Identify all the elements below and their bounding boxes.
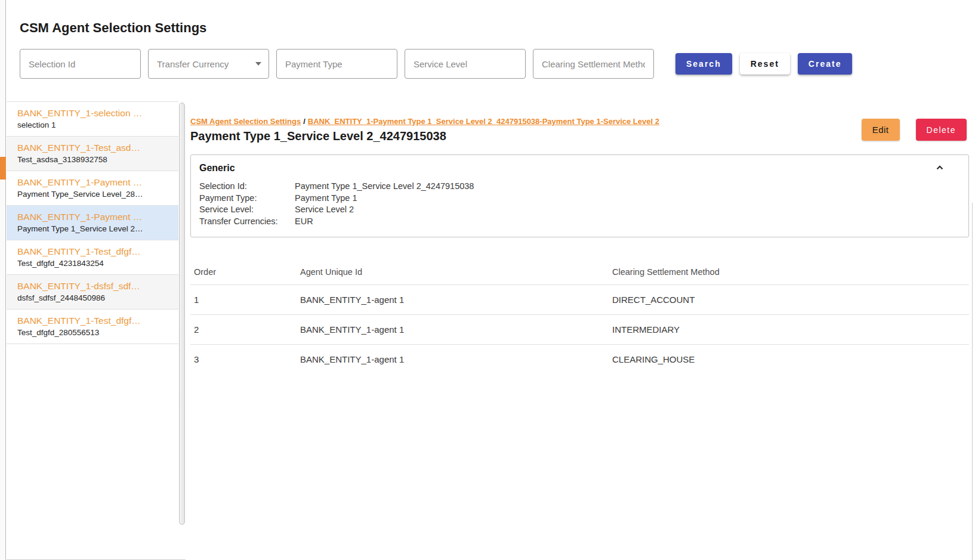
page-heading: CSM Agent Selection Settings — [20, 20, 975, 36]
cell-clearing-settlement-method: DIRECT_ACCOUNT — [609, 285, 969, 315]
breadcrumb: CSM Agent Selection Settings/BANK_ENTITY… — [190, 117, 659, 126]
list-item-subtitle: selection 1 — [17, 120, 169, 131]
column-header-order: Order — [190, 259, 297, 285]
cell-agent-unique-id: BANK_ENTITY_1-agent 1 — [297, 315, 609, 345]
app-container: CSM Agent Selection Settings — [7, 0, 975, 560]
field-row-service-level: Service Level: Service Level 2 — [199, 204, 959, 216]
field-value: Service Level 2 — [295, 204, 354, 216]
table-row[interactable]: 2 BANK_ENTITY_1-agent 1 INTERMEDIARY — [190, 315, 969, 345]
main-top-row: CSM Agent Selection Settings/BANK_ENTITY… — [190, 117, 969, 143]
clearing-settlement-method-filter — [533, 49, 654, 79]
sidebar-scrollbar-thumb[interactable] — [179, 103, 185, 525]
content-area: BANK_ENTITY_1-selection … selection 1 BA… — [7, 101, 975, 560]
list-item[interactable]: BANK_ENTITY_1-Test_dfgf… Test_dfgfd_2805… — [7, 310, 178, 344]
sidebar-wrap: BANK_ENTITY_1-selection … selection 1 BA… — [7, 101, 186, 560]
list-item-subtitle: Test_asdsa_3138932758 — [17, 154, 169, 165]
cell-agent-unique-id: BANK_ENTITY_1-agent 1 — [297, 345, 609, 375]
list-item-title: BANK_ENTITY_1-dsfsf_sdf… — [17, 280, 169, 292]
create-button[interactable]: Create — [798, 53, 853, 75]
cell-order: 1 — [190, 285, 297, 315]
column-header-agent-unique-id: Agent Unique Id — [297, 259, 609, 285]
collapse-panel-button[interactable] — [934, 162, 946, 174]
agents-table: Order Agent Unique Id Clearing Settlemen… — [190, 259, 969, 374]
edit-button[interactable]: Edit — [862, 119, 900, 141]
list-item[interactable]: BANK_ENTITY_1-Test_asd… Test_asdsa_31389… — [7, 137, 178, 171]
list-item[interactable]: BANK_ENTITY_1-dsfsf_sdf… dsfsf_sdfsf_244… — [7, 275, 178, 310]
cell-order: 2 — [190, 315, 297, 345]
selection-list: BANK_ENTITY_1-selection … selection 1 BA… — [7, 101, 178, 559]
page-title: Payment Type 1_Service Level 2_424791503… — [190, 129, 659, 143]
agents-table-header-row: Order Agent Unique Id Clearing Settlemen… — [190, 259, 969, 285]
transfer-currency-select[interactable] — [148, 49, 269, 79]
header: CSM Agent Selection Settings — [7, 0, 975, 101]
field-label: Selection Id: — [199, 181, 295, 193]
breadcrumb-separator: / — [301, 117, 308, 126]
field-value: Payment Type 1 — [295, 193, 357, 205]
cell-order: 3 — [190, 345, 297, 375]
list-item-subtitle: Payment Type_Service Level_28… — [17, 189, 169, 200]
selection-id-filter — [20, 49, 141, 79]
cell-clearing-settlement-method: INTERMEDIARY — [609, 315, 969, 345]
field-row-transfer-currencies: Transfer Currencies: EUR — [199, 216, 959, 228]
generic-panel-heading: Generic — [199, 163, 235, 174]
field-row-selection-id: Selection Id: Payment Type 1_Service Lev… — [199, 181, 959, 193]
list-item-subtitle: dsfsf_sdfsf_2448450986 — [17, 293, 169, 304]
list-item[interactable]: BANK_ENTITY_1-Test_dfgf… Test_dfgfd_4231… — [7, 240, 178, 275]
list-item-title: BANK_ENTITY_1-Payment … — [17, 211, 169, 223]
table-row[interactable]: 3 BANK_ENTITY_1-agent 1 CLEARING_HOUSE — [190, 345, 969, 375]
payment-type-filter — [276, 49, 397, 79]
transfer-currency-filter — [148, 49, 269, 79]
chevron-up-icon — [935, 163, 945, 174]
service-level-input[interactable] — [405, 49, 526, 79]
search-button[interactable]: Search — [675, 53, 732, 75]
list-item-title: BANK_ENTITY_1-Test_asd… — [17, 142, 169, 154]
generic-fields: Selection Id: Payment Type 1_Service Lev… — [199, 181, 959, 227]
field-label: Service Level: — [199, 204, 295, 216]
page: CSM Agent Selection Settings — [0, 0, 975, 560]
breadcrumb-root-link[interactable]: CSM Agent Selection Settings — [190, 117, 301, 126]
column-header-clearing-settlement-method: Clearing Settlement Method — [609, 259, 969, 285]
breadcrumb-current-link[interactable]: BANK_ENTITY_1-Payment Type 1_Service Lev… — [308, 117, 659, 126]
field-label: Payment Type: — [199, 193, 295, 205]
window-scrollbar-thumb[interactable] — [0, 157, 6, 180]
cell-clearing-settlement-method: CLEARING_HOUSE — [609, 345, 969, 375]
list-item-title: BANK_ENTITY_1-Payment … — [17, 177, 169, 188]
table-row[interactable]: 1 BANK_ENTITY_1-agent 1 DIRECT_ACCOUNT — [190, 285, 969, 315]
action-buttons: Edit Delete — [862, 117, 967, 141]
sidebar-scrollbar[interactable] — [178, 101, 186, 559]
generic-panel: Generic Selection Id: Paymen — [190, 154, 969, 237]
field-row-payment-type: Payment Type: Payment Type 1 — [199, 193, 959, 205]
list-item-title: BANK_ENTITY_1-Test_dfgf… — [17, 315, 169, 327]
field-value: EUR — [295, 216, 313, 228]
service-level-filter — [405, 49, 526, 79]
payment-type-input[interactable] — [276, 49, 397, 79]
list-item-subtitle: Test_dfgfd_4231843254 — [17, 258, 169, 269]
window-left-scrollbar[interactable] — [0, 0, 6, 560]
main-scrollbar[interactable] — [972, 203, 973, 560]
clearing-settlement-method-input[interactable] — [533, 49, 654, 79]
main-panel: CSM Agent Selection Settings/BANK_ENTITY… — [186, 101, 975, 560]
list-item-subtitle: Test_dfgfd_280556513 — [17, 327, 169, 338]
list-item-title: BANK_ENTITY_1-selection … — [17, 107, 169, 119]
list-item[interactable]: BANK_ENTITY_1-Payment … Payment Type_Ser… — [7, 171, 178, 206]
cell-agent-unique-id: BANK_ENTITY_1-agent 1 — [297, 285, 609, 315]
selection-id-input[interactable] — [20, 49, 141, 79]
filter-bar: Search Reset Create — [20, 49, 975, 79]
reset-button[interactable]: Reset — [740, 53, 790, 75]
list-item-subtitle: Payment Type 1_Service Level 2… — [17, 224, 169, 234]
list-item-selected[interactable]: BANK_ENTITY_1-Payment … Payment Type 1_S… — [7, 206, 178, 240]
title-block: CSM Agent Selection Settings/BANK_ENTITY… — [190, 117, 659, 143]
field-label: Transfer Currencies: — [199, 216, 295, 228]
delete-button[interactable]: Delete — [916, 119, 967, 141]
list-item-title: BANK_ENTITY_1-Test_dfgf… — [17, 246, 169, 258]
generic-panel-header: Generic — [199, 162, 959, 174]
field-value: Payment Type 1_Service Level 2_424791503… — [295, 181, 474, 193]
list-item[interactable]: BANK_ENTITY_1-selection … selection 1 — [7, 102, 178, 137]
